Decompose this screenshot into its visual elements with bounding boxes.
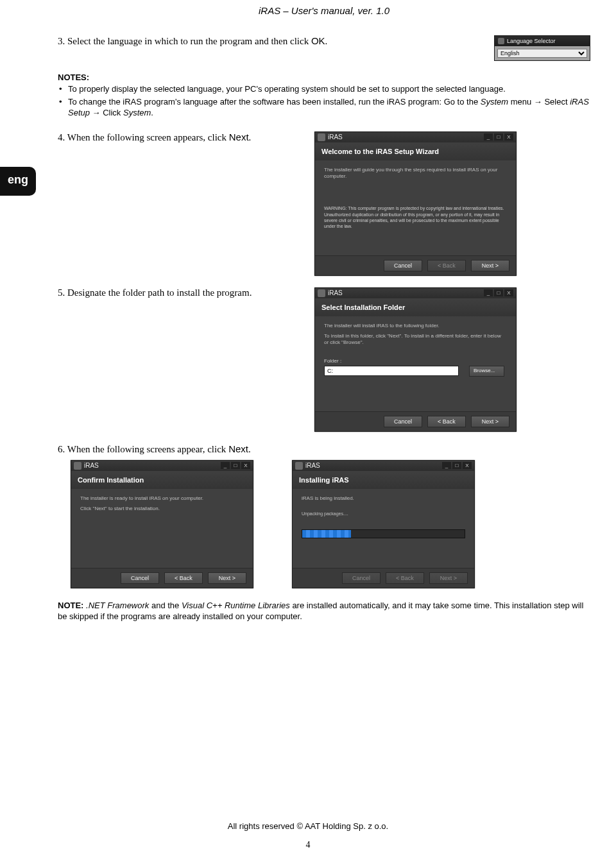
- welcome-title: iRAS: [328, 133, 484, 141]
- step-5-number: 5.: [58, 287, 65, 298]
- notes-bullet-2: To change the iRAS program's language af…: [68, 96, 590, 119]
- language-dropdown[interactable]: English: [497, 49, 587, 58]
- cancel-button: Cancel: [342, 572, 381, 584]
- next-button[interactable]: Next >: [471, 260, 509, 271]
- close-icon[interactable]: X: [504, 133, 513, 141]
- step-4-prefix: When the following screen appears, click: [67, 132, 229, 142]
- notes-b2-g: .: [151, 108, 153, 117]
- step-5-row: 5. Designate the folder path to install …: [58, 287, 590, 432]
- folder-titlebar: iRAS _ □ X: [315, 288, 516, 298]
- welcome-heading: Welcome to the iRAS Setup Wizard: [315, 142, 516, 160]
- minimize-icon[interactable]: _: [442, 462, 451, 469]
- confirm-title: iRAS: [84, 462, 221, 469]
- notes-b2-c: menu → Select: [508, 97, 570, 107]
- confirm-heading: Confirm Installation: [71, 471, 253, 489]
- note-vc: Visual C++ Runtime Libraries: [182, 601, 290, 610]
- notes-heading: NOTES:: [58, 73, 590, 82]
- installing-title: iRAS: [305, 462, 442, 469]
- app-icon: [295, 462, 303, 470]
- welcome-body-text: The installer will guide you through the…: [324, 167, 507, 180]
- step-3-prefix: Select the language in which to run the …: [67, 36, 311, 46]
- browse-button[interactable]: Browse...: [469, 366, 504, 376]
- confirm-titlebar: iRAS _ □ X: [71, 461, 253, 471]
- notes-b2-a: To change the iRAS program's language af…: [68, 97, 481, 107]
- confirm-line2: Click "Next" to start the installation.: [80, 506, 244, 512]
- installing-dialog: iRAS _ □ X Installing iRAS iRAS is being…: [292, 460, 475, 588]
- language-selector-dialog: Language Selector English: [494, 35, 590, 61]
- welcome-warning: WARNING: This computer program is protec…: [324, 205, 507, 228]
- notes-b2-e: → Click: [90, 108, 123, 117]
- close-icon[interactable]: X: [504, 289, 513, 296]
- cancel-button[interactable]: Cancel: [384, 260, 422, 271]
- note-bottom: NOTE: .NET Framework and the Visual C++ …: [58, 600, 590, 622]
- folder-input[interactable]: [324, 366, 459, 376]
- welcome-body: The installer will guide you through the…: [315, 160, 516, 255]
- doc-footer: All rights reserved © AAT Holding Sp. z …: [0, 821, 616, 831]
- confirm-dialog: iRAS _ □ X Confirm Installation The inst…: [71, 460, 253, 588]
- notes-b2-system1: System: [481, 97, 508, 107]
- note-b: and the: [149, 601, 182, 610]
- next-button: Next >: [429, 572, 468, 584]
- maximize-icon[interactable]: □: [231, 462, 240, 469]
- step-6-prefix: When the following screens appear, click: [67, 444, 228, 454]
- back-button[interactable]: < Back: [164, 572, 203, 584]
- back-button: < Back: [427, 260, 466, 271]
- app-icon: [498, 38, 504, 44]
- step-3-ok: OK: [311, 35, 325, 46]
- maximize-icon[interactable]: □: [494, 289, 503, 296]
- cancel-button[interactable]: Cancel: [121, 572, 159, 584]
- step-4-row: 4. When the following screen appears, cl…: [58, 132, 590, 276]
- page-number: 4: [0, 840, 616, 850]
- step-6-number: 6.: [58, 444, 65, 454]
- step-3-number: 3.: [58, 36, 65, 46]
- step-5-body: Designate the folder path to install the…: [67, 287, 252, 298]
- confirm-line1: The installer is ready to install iRAS o…: [80, 495, 244, 502]
- installing-body: iRAS is being installed. Unpacking packa…: [293, 489, 474, 568]
- folder-dialog: iRAS _ □ X Select Installation Folder Th…: [314, 287, 517, 432]
- step-4-suffix: .: [249, 132, 252, 142]
- confirm-footer: Cancel < Back Next >: [71, 568, 253, 588]
- notes-b2-system2: System: [123, 108, 151, 117]
- confirm-body: The installer is ready to install iRAS o…: [71, 489, 253, 568]
- maximize-icon[interactable]: □: [494, 133, 503, 141]
- app-icon: [318, 133, 325, 141]
- language-selector-titlebar: Language Selector: [495, 36, 590, 46]
- cancel-button[interactable]: Cancel: [384, 416, 422, 427]
- language-selector-body: English: [495, 46, 590, 60]
- welcome-titlebar: iRAS _ □ X: [315, 132, 516, 142]
- minimize-icon[interactable]: _: [484, 133, 493, 141]
- close-icon[interactable]: X: [463, 462, 472, 469]
- installing-footer: Cancel < Back Next >: [293, 568, 474, 588]
- next-button[interactable]: Next >: [471, 416, 509, 427]
- step-6-suffix: .: [248, 444, 251, 454]
- welcome-dialog: iRAS _ □ X Welcome to the iRAS Setup Wiz…: [314, 132, 517, 276]
- step-3-suffix: .: [325, 36, 328, 46]
- folder-line2: To install in this folder, click "Next".…: [324, 333, 507, 346]
- minimize-icon[interactable]: _: [484, 289, 493, 296]
- maximize-icon[interactable]: □: [452, 462, 461, 469]
- folder-label: Folder :: [324, 358, 507, 364]
- back-button: < Back: [386, 572, 424, 584]
- notes-bullet-1: To properly display the selected languag…: [68, 83, 590, 95]
- step-6-next: Next: [228, 443, 248, 454]
- close-icon[interactable]: X: [241, 462, 250, 469]
- manual-page: iRAS – User's manual, ver. 1.0 3. Select…: [0, 0, 616, 863]
- minimize-icon[interactable]: _: [221, 462, 230, 469]
- folder-body: The installer will install iRAS to the f…: [315, 316, 516, 411]
- installing-titlebar: iRAS _ □ X: [293, 461, 474, 471]
- notes-block-1: NOTES: To properly display the selected …: [58, 73, 590, 119]
- back-button[interactable]: < Back: [427, 416, 466, 427]
- step-4-number: 4.: [58, 132, 65, 142]
- app-icon: [74, 462, 81, 470]
- installing-line1: iRAS is being installed.: [302, 495, 465, 502]
- note-net: .NET Framework: [86, 601, 149, 610]
- folder-heading: Select Installation Folder: [315, 298, 516, 316]
- app-icon: [318, 289, 325, 297]
- welcome-footer: Cancel < Back Next >: [315, 255, 516, 275]
- folder-footer: Cancel < Back Next >: [315, 411, 516, 431]
- next-button[interactable]: Next >: [208, 572, 246, 584]
- doc-header: iRAS – User's manual, ver. 1.0: [58, 0, 590, 35]
- installing-heading: Installing iRAS: [293, 471, 474, 489]
- note-label: NOTE:: [58, 601, 83, 610]
- step-4-next: Next: [229, 132, 249, 142]
